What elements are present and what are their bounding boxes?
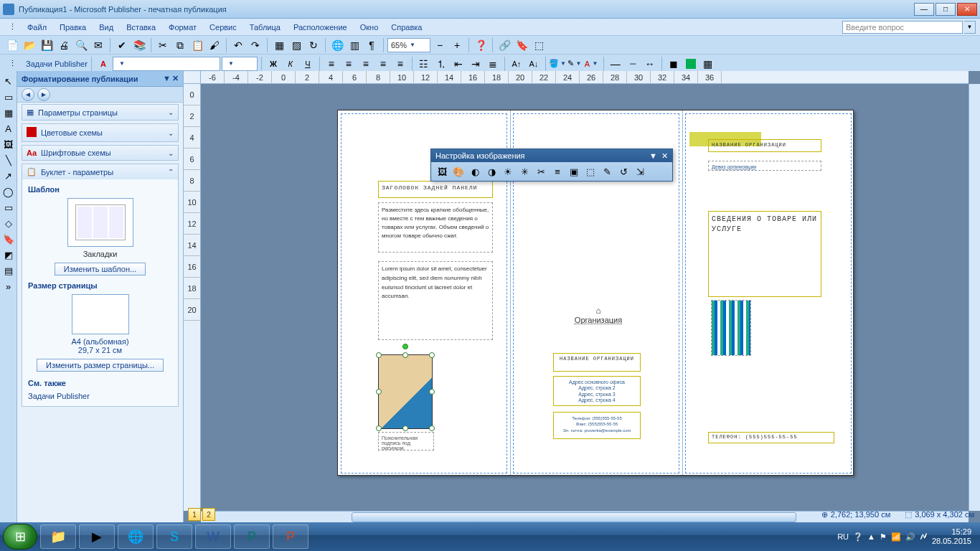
more-brightness-button[interactable]: ☀ — [500, 164, 516, 179]
reset-picture-button[interactable]: ↺ — [616, 164, 631, 179]
resize-handle-ne[interactable] — [429, 352, 435, 358]
tray-volume-icon[interactable]: 🔊 — [905, 532, 915, 542]
design-gallery-tool[interactable]: ◩ — [1, 248, 16, 262]
paste-button[interactable]: 📋 — [189, 37, 205, 53]
font-color-button[interactable]: A▼ — [584, 56, 600, 72]
panel1-caption-box[interactable]: Пояснительная подпись под рисунком. — [378, 432, 434, 451]
send-back-button[interactable]: ▨ — [288, 37, 304, 53]
zoom-out-button[interactable]: − — [432, 37, 448, 53]
oval-tool[interactable]: ◯ — [1, 184, 16, 199]
email-button[interactable]: ✉ — [90, 37, 106, 53]
page-tab-1[interactable]: 1 — [188, 508, 201, 521]
change-page-size-button[interactable]: Изменить размер страницы... — [37, 359, 164, 372]
set-transparent-button[interactable]: ✎ — [599, 164, 615, 179]
more-contrast-button[interactable]: ◐ — [467, 164, 483, 179]
menu-view[interactable]: Вид — [93, 22, 119, 33]
panel1-body1-box[interactable]: Разместите здесь краткие обобщенные, но … — [378, 202, 493, 253]
tray-help-icon[interactable]: ❔ — [853, 532, 863, 542]
menu-format[interactable]: Формат — [163, 22, 202, 33]
vertical-ruler[interactable]: 0246 8101214 161820 — [184, 84, 201, 511]
scrollbar-thumb[interactable] — [352, 512, 796, 522]
picture-toolbar[interactable]: Настройка изображения ▼ ✕ 🖼 🎨 ◐ ◑ ☀ ✳ ✂ … — [430, 149, 673, 182]
line-style-button[interactable]: ≡ — [550, 164, 565, 179]
expand-icon[interactable]: » — [1, 279, 16, 293]
horizontal-ruler[interactable]: -6-4-20 2468 10121416 18202224 26283032 … — [201, 71, 969, 84]
fill-color-button[interactable]: 🪣▼ — [550, 56, 565, 72]
picture-toolbar-close-icon[interactable]: ✕ — [661, 151, 668, 161]
publisher-tasks-link[interactable]: Задачи Publisher — [28, 392, 172, 400]
page-size-thumbnail[interactable] — [72, 294, 129, 334]
bookmark-button[interactable]: 🔖 — [514, 37, 529, 53]
picture-frame-tool[interactable]: 🖼 — [1, 137, 16, 151]
booklet-options-header[interactable]: 📋Буклет - параметры⌃ — [22, 164, 178, 179]
menu-table[interactable]: Таблица — [244, 22, 286, 33]
change-template-button[interactable]: Изменить шаблон... — [55, 263, 146, 276]
panel2-org-label[interactable]: ⌂ Организация — [566, 303, 631, 324]
distribute-button[interactable]: ≡ — [392, 56, 408, 72]
web-toolbar-button[interactable]: ⬚ — [531, 37, 547, 53]
resize-handle-n[interactable] — [402, 352, 408, 358]
menu-insert[interactable]: Вставка — [121, 22, 161, 33]
print-preview-button[interactable]: 🔍 — [73, 37, 89, 53]
wordart-tool[interactable]: A — [1, 121, 16, 136]
tray-chevron-icon[interactable]: ▲ — [867, 532, 875, 541]
taskbar-publisher[interactable]: P — [234, 524, 270, 549]
font-size-combo[interactable]: ▼ — [222, 57, 258, 71]
panel2-org-name-box[interactable]: НАЗВАНИЕ ОРГАНИЗАЦИИ — [553, 353, 641, 372]
italic-button[interactable]: К — [283, 56, 298, 72]
picture-toolbar-titlebar[interactable]: Настройка изображения ▼ ✕ — [431, 149, 672, 162]
arrow-style-button[interactable]: ↔ — [642, 56, 658, 72]
insert-table-button[interactable]: ▦ — [700, 56, 716, 72]
publisher-tasks-button[interactable]: Задачи Publisher — [26, 60, 88, 68]
bookmark-tool[interactable]: 🔖 — [1, 232, 16, 246]
justify-button[interactable]: ≡ — [375, 56, 391, 72]
hyperlink-button[interactable]: 🔗 — [496, 37, 512, 53]
taskpane-close-icon[interactable]: ✕ — [172, 74, 179, 83]
menu-file[interactable]: Файл — [22, 22, 52, 33]
shadow-button[interactable]: ◼ — [666, 56, 682, 72]
spelling-button[interactable]: ✔ — [114, 37, 130, 53]
zoom-in-button[interactable]: + — [449, 37, 465, 53]
menu-edit[interactable]: Правка — [54, 22, 92, 33]
resize-handle-se[interactable] — [429, 425, 435, 431]
crop-button[interactable]: ✂ — [533, 164, 549, 179]
panel3-phone-box[interactable]: ТЕЛЕФОН: (555)555-55-55 — [708, 432, 834, 443]
format-picture-button[interactable]: ⬚ — [583, 164, 598, 179]
autoshapes-tool[interactable]: ◇ — [1, 216, 16, 230]
selected-image[interactable] — [378, 354, 433, 429]
underline-button[interactable]: Ч — [300, 56, 316, 72]
item-library-tool[interactable]: ▤ — [1, 263, 16, 278]
tray-language[interactable]: RU — [837, 532, 849, 541]
table-tool[interactable]: ▦ — [1, 105, 16, 120]
taskbar-media-player[interactable]: ▶ — [79, 524, 115, 549]
panel3-heading-box[interactable]: СВЕДЕНИЯ О ТОВАРЕ ИЛИ УСЛУГЕ — [708, 211, 821, 297]
save-button[interactable]: 💾 — [39, 37, 55, 53]
new-button[interactable]: 📄 — [4, 37, 20, 53]
undo-button[interactable]: ↶ — [230, 37, 246, 53]
taskbar-chrome[interactable]: 🌐 — [118, 524, 154, 549]
taskbar-explorer[interactable]: 📁 — [40, 524, 76, 549]
panel3-image-box[interactable] — [711, 300, 751, 356]
resize-handle-sw[interactable] — [376, 425, 382, 431]
panel1-heading-box[interactable]: ЗАГОЛОВОК ЗАДНЕЙ ПАНЕЛИ — [378, 181, 493, 198]
styles-button[interactable]: A — [95, 56, 111, 72]
align-right-button[interactable]: ≡ — [358, 56, 374, 72]
research-button[interactable]: 📚 — [131, 37, 147, 53]
menu-help[interactable]: Справка — [385, 22, 428, 33]
section-font-schemes[interactable]: AaШрифтовые схемы⌄ — [22, 145, 179, 161]
line-color-button[interactable]: ✎▼ — [567, 56, 583, 72]
template-thumbnail[interactable] — [67, 198, 133, 247]
special-char-button[interactable]: ¶ — [364, 37, 380, 53]
numbering-button[interactable]: ⒈ — [433, 56, 449, 72]
tray-battery-icon[interactable]: 🗲 — [920, 532, 928, 541]
cut-button[interactable]: ✂ — [155, 37, 171, 53]
copy-button[interactable]: ⧉ — [172, 37, 188, 53]
resize-handle-nw[interactable] — [376, 352, 382, 358]
menu-arrange[interactable]: Расположение — [288, 22, 353, 33]
bring-front-button[interactable]: ▦ — [271, 37, 287, 53]
zoom-combo[interactable]: 65%▼ — [387, 38, 430, 52]
taskpane-menu-icon[interactable]: ▼ — [163, 74, 171, 83]
picture-toolbar-options-icon[interactable]: ▼ — [649, 151, 657, 160]
help-search-input[interactable]: Введите вопрос — [842, 21, 963, 34]
section-color-schemes[interactable]: Цветовые схемы⌄ — [22, 123, 179, 142]
